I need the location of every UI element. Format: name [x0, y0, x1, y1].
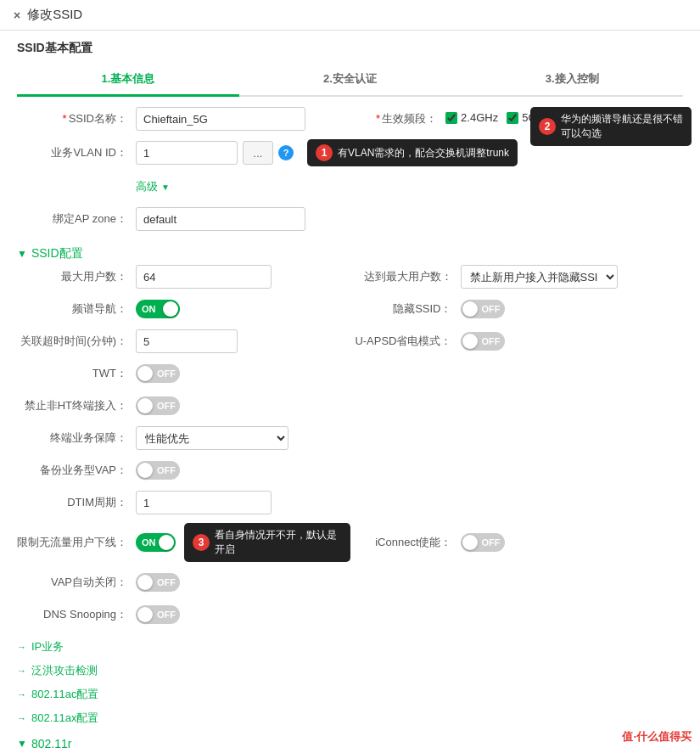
effect-freq-label: 生效频段：: [327, 111, 445, 126]
tab-basic-info[interactable]: 1.基本信息: [17, 63, 239, 95]
nav-80211ac[interactable]: → 802.11ac配置: [17, 683, 683, 706]
freq-nav-toggle-label: ON: [142, 304, 156, 314]
vap-auto-close-row: VAP自动关闭： OFF: [17, 570, 683, 594]
nav-flood-detect[interactable]: → 泛洪攻击检测: [17, 659, 683, 683]
limit-flow-toggle[interactable]: ON: [136, 533, 176, 552]
hide-ssid-toggle-thumb: [462, 301, 478, 317]
bind-zone-label: 绑定AP zone：: [17, 211, 136, 227]
limit-flow-label: 限制无流量用户下线：: [17, 535, 136, 550]
nav-80211ac-arrow-icon: →: [17, 689, 26, 700]
checkbox-24ghz[interactable]: 2.4GHz: [445, 111, 498, 124]
uapsd-label: U-APSD省电模式：: [350, 334, 461, 349]
block-nonht-toggle-thumb: [137, 398, 153, 413]
circle-num-1: 1: [316, 144, 333, 161]
bind-zone-input[interactable]: [136, 207, 305, 231]
freq-nav-toggle[interactable]: ON: [136, 300, 180, 318]
block-nonht-toggle-label: OFF: [157, 401, 176, 411]
iconnect-toggle[interactable]: OFF: [461, 533, 505, 552]
iconnect-label: iConnect使能：: [350, 535, 461, 550]
max-users-row: 最大用户数： 达到最大用户数： 禁止新用户接入并隐藏SSI: [17, 265, 683, 289]
ssid-config-arrow-icon: ▼: [17, 248, 27, 260]
iconnect-toggle-label: OFF: [482, 537, 501, 548]
nav-ip-service[interactable]: → IP业务: [17, 635, 683, 659]
dns-snooping-row: DNS Snooping： OFF: [17, 603, 683, 627]
ssid-name-row: SSID名称： 生效频段： 2.4GHz 5GHz(Radio1) 5G/6GH…: [17, 107, 683, 131]
dns-snooping-toggle[interactable]: OFF: [136, 605, 180, 624]
ssid-config-section[interactable]: ▼ SSID配置: [17, 239, 683, 265]
twt-row: TWT： OFF: [17, 362, 683, 385]
vap-auto-close-toggle-thumb: [137, 575, 153, 590]
iconnect-toggle-thumb: [462, 535, 478, 550]
max-users-input[interactable]: [136, 265, 272, 289]
section-header-text: SSID基本配置: [17, 41, 92, 54]
hide-ssid-toggle-label: OFF: [482, 304, 501, 314]
terminal-service-label: 终端业务保障：: [17, 430, 136, 446]
tooltip-1: 1 有VLAN需求的，配合交换机调整trunk: [307, 139, 518, 166]
limit-flow-toggle-thumb: [159, 535, 174, 550]
twt-toggle[interactable]: OFF: [136, 364, 180, 383]
hide-ssid-label: 隐藏SSID：: [350, 301, 461, 317]
vlan-control-group: ... ? 1 有VLAN需求的，配合交换机调整trunk: [136, 139, 518, 166]
section-header: SSID基本配置 1.基本信息 2.安全认证 3.接入控制: [0, 31, 700, 97]
ssid-input[interactable]: [136, 107, 305, 131]
title-text: 修改SSID: [27, 7, 82, 23]
nav-80211ax-arrow-icon: →: [17, 713, 26, 723]
advanced-arrow-icon: ▼: [161, 183, 170, 192]
vap-auto-close-label: VAP自动关闭：: [17, 575, 136, 590]
terminal-service-row: 终端业务保障： 性能优先: [17, 426, 683, 450]
uapsd-toggle-thumb: [462, 334, 478, 349]
dtim-input[interactable]: [136, 491, 272, 514]
nav-80211r-section[interactable]: ▼ 802.11r: [17, 730, 683, 753]
bind-zone-row: 绑定AP zone：: [17, 207, 683, 231]
circle-num-3: 3: [193, 534, 210, 551]
nav-flood-arrow-icon: →: [17, 666, 26, 676]
reach-max-label: 达到最大用户数：: [350, 269, 461, 284]
nav-80211r-arrow-icon: ▼: [17, 738, 27, 750]
vlan-label: 业务VLAN ID：: [17, 145, 136, 160]
backup-vap-row: 备份业务型VAP： OFF: [17, 458, 683, 482]
vlan-input[interactable]: [136, 141, 238, 165]
reach-max-select[interactable]: 禁止新用户接入并隐藏SSI: [461, 265, 618, 289]
uapsd-toggle[interactable]: OFF: [461, 332, 505, 351]
block-nonht-toggle[interactable]: OFF: [136, 396, 180, 415]
nav-ip-arrow-icon: →: [17, 642, 26, 652]
vap-auto-close-toggle[interactable]: OFF: [136, 573, 180, 592]
idle-time-input[interactable]: [136, 329, 238, 353]
tab-access-control[interactable]: 3.接入控制: [461, 63, 683, 95]
backup-vap-toggle-label: OFF: [157, 465, 176, 475]
twt-toggle-label: OFF: [157, 368, 176, 379]
advanced-row: 高级 ▼: [17, 175, 683, 199]
dns-snooping-label: DNS Snooping：: [17, 607, 136, 622]
twt-toggle-thumb: [137, 366, 153, 381]
dns-snooping-toggle-label: OFF: [157, 610, 176, 620]
hide-ssid-toggle[interactable]: OFF: [461, 300, 505, 318]
backup-vap-toggle[interactable]: OFF: [136, 461, 180, 480]
idle-time-label: 关联超时时间(分钟)：: [17, 334, 136, 349]
uapsd-toggle-label: OFF: [482, 336, 501, 346]
freq-nav-row: 频谱导航： ON 隐藏SSID： OFF: [17, 297, 683, 321]
advanced-toggle[interactable]: 高级 ▼: [136, 179, 170, 194]
title-bar: × 修改SSID: [0, 0, 700, 31]
dtim-label: DTIM周期：: [17, 495, 136, 510]
nav-80211ax[interactable]: → 802.11ax配置: [17, 706, 683, 730]
block-nonht-row: 禁止非HT终端接入： OFF: [17, 394, 683, 418]
freq-nav-label: 频谱导航：: [17, 301, 136, 317]
vlan-help-icon[interactable]: ?: [278, 145, 294, 160]
backup-vap-label: 备份业务型VAP：: [17, 463, 136, 478]
ssid-label: SSID名称：: [17, 111, 136, 126]
tab-security[interactable]: 2.安全认证: [239, 63, 462, 95]
close-button[interactable]: ×: [14, 8, 20, 22]
vlan-dots-button[interactable]: ...: [243, 141, 273, 165]
form-area: SSID名称： 生效频段： 2.4GHz 5GHz(Radio1) 5G/6GH…: [0, 97, 700, 753]
tooltip-3: 3 看自身情况开不开，默认是开启: [184, 523, 350, 562]
idle-time-row: 关联超时时间(分钟)： U-APSD省电模式： OFF: [17, 329, 683, 353]
freq-nav-toggle-thumb: [163, 301, 178, 317]
limit-flow-toggle-label: ON: [142, 537, 156, 548]
tabs-row: 1.基本信息 2.安全认证 3.接入控制: [17, 63, 683, 97]
dtim-row: DTIM周期：: [17, 491, 683, 514]
circle-num-2: 2: [539, 118, 556, 135]
terminal-service-select[interactable]: 性能优先: [136, 426, 288, 450]
limit-flow-row: 限制无流量用户下线： ON 3 看自身情况开不开，默认是开启 iConnect使…: [17, 523, 683, 562]
backup-vap-toggle-thumb: [137, 463, 153, 478]
dns-snooping-toggle-thumb: [137, 607, 153, 622]
